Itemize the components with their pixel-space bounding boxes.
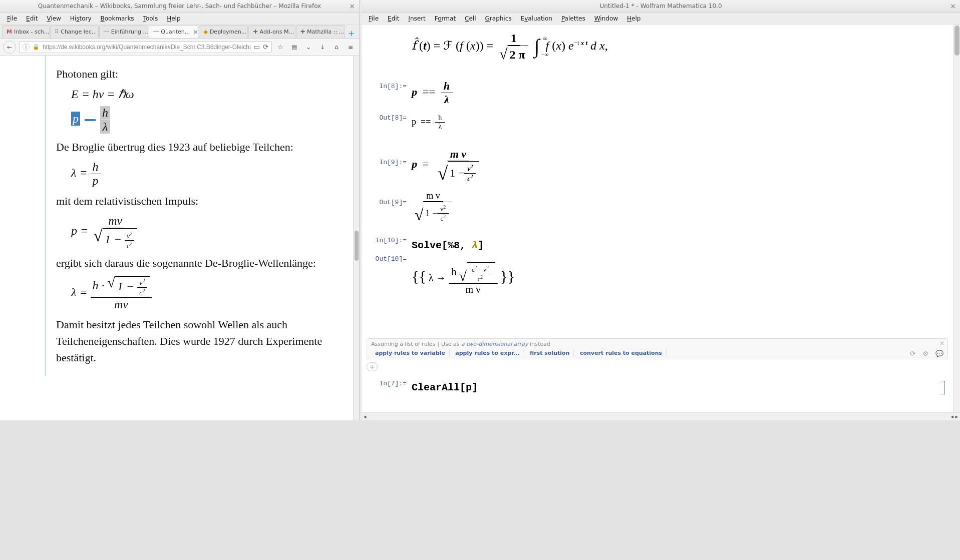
sugg-apply-var[interactable]: apply rules to variable: [371, 349, 450, 357]
article-body: Photonen gilt: E = hν = ℏω p hλ De Brogl…: [45, 56, 359, 376]
menu-graphics[interactable]: Graphics: [481, 14, 516, 23]
input-expr[interactable]: p = m v √1 − v2c2: [412, 148, 945, 183]
refresh-icon[interactable]: ⟳: [910, 350, 915, 357]
desktop-background: [0, 420, 960, 560]
in-label: In[9]:=: [362, 159, 407, 166]
menu-bookmarks[interactable]: Bookmarks: [97, 14, 138, 23]
tab-deployment[interactable]: ◆Deploymen...: [199, 25, 248, 38]
cell-in9[interactable]: In[9]:= p = m v √1 − v2c2: [362, 144, 960, 187]
library-icon[interactable]: ▤: [289, 42, 300, 53]
menu-format[interactable]: Format: [431, 14, 460, 23]
equation-p-h-lambda-selected[interactable]: p hλ: [71, 106, 349, 134]
menu-view[interactable]: View: [43, 14, 65, 23]
addon-icon: ✚: [300, 29, 305, 36]
grid-icon: ⠿: [55, 29, 59, 36]
output-expr: {{ λ → h √c2 − v2c2 m v }}: [412, 262, 945, 295]
scroll-thumb[interactable]: [954, 26, 959, 56]
scrollbar[interactable]: [353, 56, 359, 420]
menu-file[interactable]: File: [365, 14, 383, 23]
menu-tools[interactable]: Tools: [139, 14, 162, 23]
output-expr: p == hλ: [412, 114, 945, 131]
page-content[interactable]: Photonen gilt: E = hν = ℏω p hλ De Brogl…: [0, 56, 359, 420]
paragraph: Damit besitzt jedes Teilchen sowohl Well…: [56, 316, 349, 366]
sugg-apply-expr[interactable]: apply rules to expr...: [451, 349, 524, 357]
scroll-right-icon[interactable]: ◂ ▸: [950, 413, 958, 420]
reader-icon[interactable]: ▭: [254, 43, 260, 51]
tab-change-lec[interactable]: ⠿Change lec...: [50, 25, 99, 38]
close-icon[interactable]: ×: [349, 2, 355, 10]
fourier-expression: f̂ (t) = ℱ (f (x)) = 1√2 π ∫∞−∞ f (x) e−…: [412, 32, 945, 62]
notebook[interactable]: f̂ (t) = ℱ (f (x)) = 1√2 π ∫∞−∞ f (x) e−…: [362, 25, 960, 412]
scrollbar[interactable]: [953, 25, 960, 412]
equation-lambda-h-p: λ = hp: [71, 160, 349, 188]
input-code[interactable]: ClearAll[p]: [412, 382, 933, 393]
in-label: In[8]:=: [362, 83, 407, 90]
tab-mathzilla[interactable]: ✚Mathzilla :: ...: [296, 25, 345, 38]
wikibooks-icon: 〰: [153, 29, 159, 36]
url-bar[interactable]: i 🔒 ▭ ⟳: [19, 41, 272, 53]
menu-palettes[interactable]: Palettes: [557, 14, 589, 23]
equation-de-broglie: λ = h · √1 − v2c2 mv: [71, 276, 349, 311]
input-expr[interactable]: p == hλ: [412, 80, 945, 106]
info-icon[interactable]: i: [23, 44, 30, 51]
menu-cell[interactable]: Cell: [461, 14, 480, 23]
hamburger-icon[interactable]: ≡: [345, 42, 356, 53]
addon-icon: ✚: [253, 29, 257, 36]
close-icon[interactable]: ×: [950, 2, 956, 10]
wikibooks-icon: 〰: [104, 29, 109, 36]
firefox-titlebar: Quantenmechanik – Wikibooks, Sammlung fr…: [0, 0, 359, 13]
tab-einfuehrung[interactable]: 〰Einführung ...: [99, 25, 149, 38]
menu-help[interactable]: Help: [163, 14, 184, 23]
cell-out9[interactable]: Out[9]= m v √1 − v2c2: [362, 187, 960, 227]
menu-help[interactable]: Help: [623, 14, 645, 23]
tab-quanten[interactable]: 〰Quanten...×: [149, 25, 198, 38]
input-code[interactable]: Solve[%8, λ]: [412, 240, 945, 251]
in-label: In[10]:=: [362, 237, 407, 244]
tab-addons[interactable]: ✚Add-ons M...: [248, 25, 295, 38]
reload-icon[interactable]: ⟳: [263, 43, 268, 51]
window-title: Quantenmechanik – Wikibooks, Sammlung fr…: [38, 3, 321, 10]
cell-in10[interactable]: In[10]:= Solve[%8, λ]: [362, 236, 960, 255]
cell-out8[interactable]: Out[8]= p == hλ: [362, 110, 960, 135]
url-input[interactable]: [43, 44, 251, 51]
scroll-left-icon[interactable]: ◂: [364, 413, 367, 420]
back-button[interactable]: ←: [3, 41, 16, 54]
menu-history[interactable]: History: [66, 14, 96, 23]
new-cell-plus-icon[interactable]: +: [367, 362, 378, 371]
cell-fourier-output[interactable]: f̂ (t) = ℱ (f (x)) = 1√2 π ∫∞−∞ f (x) e−…: [362, 25, 960, 66]
pocket-icon[interactable]: ⌄: [303, 42, 314, 53]
menu-insert[interactable]: Insert: [404, 14, 429, 23]
out-label: Out[10]=: [362, 255, 407, 263]
star-icon[interactable]: ☆: [275, 42, 286, 53]
lock-icon: 🔒: [33, 44, 40, 50]
menu-file[interactable]: File: [3, 14, 21, 23]
menu-edit[interactable]: Edit: [384, 14, 403, 23]
close-mini-icon[interactable]: ×: [939, 340, 944, 347]
new-tab-button[interactable]: +: [346, 29, 357, 38]
gear-icon[interactable]: ⚙: [922, 350, 928, 357]
menu-evaluation[interactable]: Evaluation: [517, 14, 556, 23]
sugg-convert-equations[interactable]: convert rules to equations: [576, 349, 667, 357]
home-icon[interactable]: ⌂: [331, 42, 342, 53]
paragraph: ergibt sich daraus die sogenannte De-Bro…: [56, 255, 349, 271]
cell-in8[interactable]: In[8]:= p == hλ: [362, 76, 960, 110]
paragraph: mit dem relativistischen Impuls:: [56, 193, 349, 209]
menu-window[interactable]: Window: [590, 14, 622, 23]
wolfram-icon: ◆: [203, 29, 207, 36]
cell-in7[interactable]: In[7]:= ClearAll[p]: [362, 378, 948, 397]
in-label: In[7]:=: [362, 380, 407, 387]
menu-edit[interactable]: Edit: [22, 14, 42, 23]
tab-inbox[interactable]: MInbox - sch...: [2, 25, 50, 38]
chat-icon[interactable]: 💬: [935, 350, 943, 357]
firefox-window: Quantenmechanik – Wikibooks, Sammlung fr…: [0, 0, 360, 420]
cell-out10[interactable]: Out[10]= {{ λ → h √c2 − v2c2 m v }}: [362, 255, 960, 299]
out-label: Out[8]=: [362, 114, 407, 122]
cell-bracket[interactable]: [941, 381, 945, 394]
mma-menubar: File Edit Insert Format Cell Graphics Ev…: [362, 13, 960, 25]
mma-titlebar: Untitled-1 * - Wolfram Mathematica 10.0 …: [362, 0, 960, 13]
downloads-icon[interactable]: ↓: [317, 42, 328, 53]
scroll-thumb[interactable]: [355, 231, 359, 261]
equation-rel-momentum: p = mv √1 − v2c2: [71, 214, 349, 250]
tab-close-icon[interactable]: ×: [193, 28, 198, 36]
sugg-first-solution[interactable]: first solution: [526, 349, 574, 357]
